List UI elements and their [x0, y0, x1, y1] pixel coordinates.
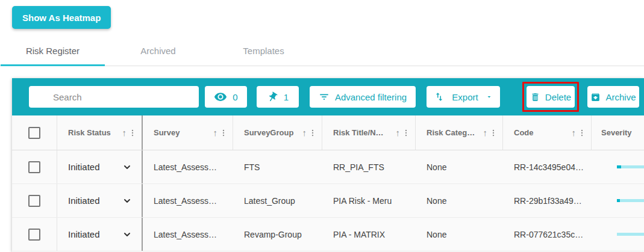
risk-category-cell: None — [416, 150, 503, 183]
sort-arrow-icon[interactable]: ↑ — [396, 128, 401, 137]
row-checkbox[interactable] — [28, 229, 40, 241]
row-checkbox-cell — [12, 150, 57, 183]
severity-bar-fill — [617, 165, 621, 168]
risk-title-cell: PIA Risk - Meru — [322, 184, 416, 217]
tab-risk-register-label: Risk Register — [26, 46, 80, 56]
row-checkbox-cell — [12, 218, 57, 251]
header-code: Code ↑ — [503, 115, 592, 150]
tab-archived[interactable]: Archived — [105, 36, 211, 66]
chevron-down-icon — [486, 93, 493, 100]
table-toolbar: 0 1 Advanced filtering Export — [12, 78, 644, 115]
export-button[interactable]: Export — [427, 86, 500, 108]
pinned-count: 1 — [284, 92, 289, 102]
table-row: Initiated Latest_Assess… FTS RR_PIA_FTS … — [12, 150, 644, 184]
risk-category-cell: None — [416, 184, 503, 217]
trash-icon — [530, 92, 540, 102]
advanced-filtering-label: Advanced filtering — [335, 92, 407, 102]
import-export-icon — [434, 91, 445, 102]
code-cell: RR-077621c35c… — [503, 218, 592, 251]
header-checkbox-cell — [12, 115, 57, 150]
column-menu-icon[interactable] — [489, 129, 498, 137]
risk-status-dropdown[interactable]: Initiated — [57, 184, 143, 217]
delete-highlight-annotation: Delete — [522, 82, 579, 112]
sort-arrow-icon[interactable]: ↑ — [302, 128, 307, 137]
show-as-heatmap-button[interactable]: Show As Heatmap — [12, 6, 111, 29]
tab-archived-label: Archived — [140, 46, 175, 56]
risk-register-panel: 0 1 Advanced filtering Export — [12, 78, 644, 252]
header-survey-group-label: SurveyGroup — [244, 128, 293, 137]
header-severity: Severity — [592, 115, 644, 150]
column-menu-icon[interactable] — [128, 129, 137, 137]
export-label: Export — [452, 92, 478, 102]
archive-label: Archive — [605, 92, 636, 102]
advanced-filtering-button[interactable]: Advanced filtering — [310, 86, 416, 108]
archive-icon — [590, 92, 601, 102]
header-code-label: Code — [514, 128, 534, 137]
severity-cell — [592, 150, 644, 183]
header-risk-title: Risk Title/N… ↑ — [322, 115, 416, 150]
tab-bar: Risk Register Archived Templates — [0, 36, 644, 66]
sort-arrow-icon[interactable]: ↑ — [122, 128, 127, 137]
tab-templates[interactable]: Templates — [211, 36, 316, 66]
filter-icon — [319, 91, 330, 102]
visibility-button[interactable]: 0 — [205, 86, 247, 108]
severity-cell — [592, 184, 644, 217]
tab-templates-label: Templates — [243, 46, 284, 56]
header-severity-label: Severity — [601, 128, 632, 137]
survey-cell: Latest_Assess… — [143, 184, 233, 217]
table-row: Initiated Latest_Assess… Latest_Group PI… — [12, 184, 644, 218]
sort-arrow-icon[interactable]: ↑ — [213, 128, 218, 137]
visibility-count: 0 — [233, 92, 237, 102]
risk-status-dropdown[interactable]: Initiated — [57, 218, 143, 251]
sort-arrow-icon[interactable]: ↑ — [483, 128, 488, 137]
chevron-down-icon — [122, 230, 132, 239]
row-checkbox[interactable] — [28, 161, 40, 173]
search-input[interactable] — [29, 86, 199, 108]
severity-bar-fill — [617, 199, 620, 202]
header-risk-category-label: Risk Categ… — [427, 128, 475, 137]
header-survey-label: Survey — [154, 128, 180, 137]
table-header-row: Risk Status ↑ Survey ↑ SurveyGroup ↑ — [12, 115, 644, 150]
table-row: Initiated Latest_Assess… Revamp-Group PI… — [12, 218, 644, 251]
risk-title-cell: RR_PIA_FTS — [322, 150, 416, 183]
pin-icon — [264, 89, 280, 105]
column-menu-icon[interactable] — [219, 129, 228, 137]
archive-button[interactable]: Archive — [587, 86, 639, 108]
tab-risk-register[interactable]: Risk Register — [0, 36, 105, 66]
risk-status-value: Initiated — [68, 195, 100, 206]
header-risk-status: Risk Status ↑ — [57, 115, 143, 150]
chevron-down-icon — [122, 196, 132, 206]
header-risk-title-label: Risk Title/N… — [333, 128, 384, 137]
header-survey-group: SurveyGroup ↑ — [233, 115, 322, 150]
row-checkbox[interactable] — [28, 195, 40, 207]
survey-cell: Latest_Assess… — [143, 150, 233, 183]
column-menu-icon[interactable] — [578, 129, 586, 137]
header-risk-category: Risk Categ… ↑ — [416, 115, 503, 150]
risk-title-cell: PIA - MATRIX — [322, 218, 416, 251]
pinned-columns-button[interactable]: 1 — [257, 86, 299, 108]
delete-button[interactable]: Delete — [527, 86, 575, 108]
delete-label: Delete — [545, 92, 571, 102]
column-menu-icon[interactable] — [402, 129, 410, 137]
risk-status-value: Initiated — [68, 162, 100, 172]
survey-group-cell: Latest_Group — [233, 184, 322, 217]
risk-status-value: Initiated — [68, 229, 100, 239]
risk-status-dropdown[interactable]: Initiated — [57, 150, 143, 183]
active-tab-underline — [1, 64, 105, 66]
code-cell: RR-29b1f33a49… — [503, 184, 592, 217]
severity-cell — [592, 218, 644, 251]
select-all-checkbox[interactable] — [28, 127, 40, 139]
risk-category-cell: None — [416, 218, 503, 251]
header-risk-status-label: Risk Status — [68, 128, 111, 137]
survey-group-cell: Revamp-Group — [233, 218, 322, 251]
chevron-down-icon — [122, 162, 132, 172]
survey-group-cell: FTS — [233, 150, 322, 183]
severity-bar — [617, 165, 644, 168]
survey-cell: Latest_Assess… — [143, 218, 233, 251]
severity-bar — [617, 233, 644, 236]
eye-icon — [214, 90, 227, 103]
sort-arrow-icon[interactable]: ↑ — [572, 128, 577, 137]
header-survey: Survey ↑ — [143, 115, 233, 150]
column-menu-icon[interactable] — [308, 129, 317, 137]
severity-bar — [617, 199, 644, 202]
